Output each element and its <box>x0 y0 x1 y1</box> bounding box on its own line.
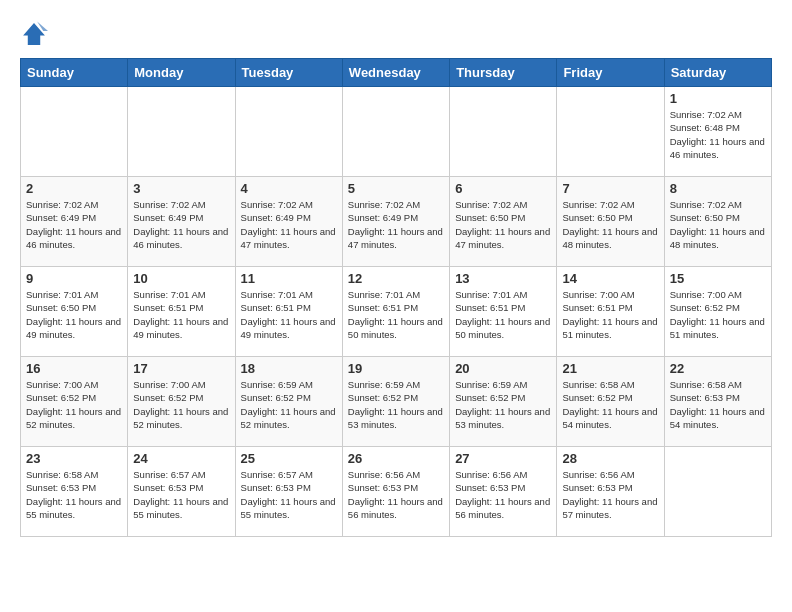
day-number: 5 <box>348 181 444 196</box>
day-number: 6 <box>455 181 551 196</box>
calendar-cell <box>128 87 235 177</box>
calendar-week-row: 2Sunrise: 7:02 AM Sunset: 6:49 PM Daylig… <box>21 177 772 267</box>
day-number: 1 <box>670 91 766 106</box>
calendar-header-saturday: Saturday <box>664 59 771 87</box>
day-number: 11 <box>241 271 337 286</box>
calendar-header-wednesday: Wednesday <box>342 59 449 87</box>
calendar-cell: 17Sunrise: 7:00 AM Sunset: 6:52 PM Dayli… <box>128 357 235 447</box>
calendar-cell: 2Sunrise: 7:02 AM Sunset: 6:49 PM Daylig… <box>21 177 128 267</box>
calendar-cell <box>557 87 664 177</box>
day-info: Sunrise: 7:00 AM Sunset: 6:52 PM Dayligh… <box>670 288 766 341</box>
day-info: Sunrise: 7:01 AM Sunset: 6:51 PM Dayligh… <box>455 288 551 341</box>
calendar-cell <box>450 87 557 177</box>
calendar-cell: 28Sunrise: 6:56 AM Sunset: 6:53 PM Dayli… <box>557 447 664 537</box>
day-info: Sunrise: 7:00 AM Sunset: 6:51 PM Dayligh… <box>562 288 658 341</box>
calendar-cell: 1Sunrise: 7:02 AM Sunset: 6:48 PM Daylig… <box>664 87 771 177</box>
day-info: Sunrise: 6:59 AM Sunset: 6:52 PM Dayligh… <box>455 378 551 431</box>
calendar-cell: 8Sunrise: 7:02 AM Sunset: 6:50 PM Daylig… <box>664 177 771 267</box>
day-info: Sunrise: 6:56 AM Sunset: 6:53 PM Dayligh… <box>348 468 444 521</box>
calendar-header-sunday: Sunday <box>21 59 128 87</box>
day-info: Sunrise: 7:00 AM Sunset: 6:52 PM Dayligh… <box>26 378 122 431</box>
calendar-cell: 20Sunrise: 6:59 AM Sunset: 6:52 PM Dayli… <box>450 357 557 447</box>
calendar-cell: 7Sunrise: 7:02 AM Sunset: 6:50 PM Daylig… <box>557 177 664 267</box>
day-info: Sunrise: 6:57 AM Sunset: 6:53 PM Dayligh… <box>241 468 337 521</box>
calendar-cell: 15Sunrise: 7:00 AM Sunset: 6:52 PM Dayli… <box>664 267 771 357</box>
day-info: Sunrise: 6:59 AM Sunset: 6:52 PM Dayligh… <box>241 378 337 431</box>
calendar-header-tuesday: Tuesday <box>235 59 342 87</box>
calendar-cell: 27Sunrise: 6:56 AM Sunset: 6:53 PM Dayli… <box>450 447 557 537</box>
day-info: Sunrise: 6:59 AM Sunset: 6:52 PM Dayligh… <box>348 378 444 431</box>
day-number: 20 <box>455 361 551 376</box>
calendar-cell: 19Sunrise: 6:59 AM Sunset: 6:52 PM Dayli… <box>342 357 449 447</box>
day-number: 14 <box>562 271 658 286</box>
logo <box>20 20 52 48</box>
day-number: 3 <box>133 181 229 196</box>
calendar-week-row: 16Sunrise: 7:00 AM Sunset: 6:52 PM Dayli… <box>21 357 772 447</box>
day-number: 27 <box>455 451 551 466</box>
day-info: Sunrise: 7:01 AM Sunset: 6:50 PM Dayligh… <box>26 288 122 341</box>
calendar-header-friday: Friday <box>557 59 664 87</box>
calendar-cell: 23Sunrise: 6:58 AM Sunset: 6:53 PM Dayli… <box>21 447 128 537</box>
day-number: 23 <box>26 451 122 466</box>
day-info: Sunrise: 6:57 AM Sunset: 6:53 PM Dayligh… <box>133 468 229 521</box>
day-number: 2 <box>26 181 122 196</box>
calendar-cell: 6Sunrise: 7:02 AM Sunset: 6:50 PM Daylig… <box>450 177 557 267</box>
day-number: 26 <box>348 451 444 466</box>
day-info: Sunrise: 7:00 AM Sunset: 6:52 PM Dayligh… <box>133 378 229 431</box>
day-number: 8 <box>670 181 766 196</box>
day-info: Sunrise: 7:02 AM Sunset: 6:49 PM Dayligh… <box>241 198 337 251</box>
day-info: Sunrise: 7:02 AM Sunset: 6:49 PM Dayligh… <box>348 198 444 251</box>
calendar-cell: 3Sunrise: 7:02 AM Sunset: 6:49 PM Daylig… <box>128 177 235 267</box>
day-number: 12 <box>348 271 444 286</box>
calendar-cell: 12Sunrise: 7:01 AM Sunset: 6:51 PM Dayli… <box>342 267 449 357</box>
logo-icon <box>20 20 48 48</box>
calendar-cell: 14Sunrise: 7:00 AM Sunset: 6:51 PM Dayli… <box>557 267 664 357</box>
calendar-header-monday: Monday <box>128 59 235 87</box>
calendar-week-row: 1Sunrise: 7:02 AM Sunset: 6:48 PM Daylig… <box>21 87 772 177</box>
day-info: Sunrise: 7:02 AM Sunset: 6:49 PM Dayligh… <box>133 198 229 251</box>
calendar-header-row: SundayMondayTuesdayWednesdayThursdayFrid… <box>21 59 772 87</box>
day-info: Sunrise: 7:02 AM Sunset: 6:49 PM Dayligh… <box>26 198 122 251</box>
calendar-cell: 18Sunrise: 6:59 AM Sunset: 6:52 PM Dayli… <box>235 357 342 447</box>
calendar-cell: 21Sunrise: 6:58 AM Sunset: 6:52 PM Dayli… <box>557 357 664 447</box>
day-info: Sunrise: 6:58 AM Sunset: 6:53 PM Dayligh… <box>670 378 766 431</box>
calendar-cell: 9Sunrise: 7:01 AM Sunset: 6:50 PM Daylig… <box>21 267 128 357</box>
calendar-week-row: 23Sunrise: 6:58 AM Sunset: 6:53 PM Dayli… <box>21 447 772 537</box>
calendar-cell: 26Sunrise: 6:56 AM Sunset: 6:53 PM Dayli… <box>342 447 449 537</box>
day-info: Sunrise: 6:56 AM Sunset: 6:53 PM Dayligh… <box>562 468 658 521</box>
day-info: Sunrise: 7:02 AM Sunset: 6:50 PM Dayligh… <box>670 198 766 251</box>
calendar-cell: 24Sunrise: 6:57 AM Sunset: 6:53 PM Dayli… <box>128 447 235 537</box>
calendar-header-thursday: Thursday <box>450 59 557 87</box>
day-number: 24 <box>133 451 229 466</box>
day-info: Sunrise: 7:02 AM Sunset: 6:50 PM Dayligh… <box>562 198 658 251</box>
calendar-cell <box>235 87 342 177</box>
day-number: 15 <box>670 271 766 286</box>
calendar-cell: 13Sunrise: 7:01 AM Sunset: 6:51 PM Dayli… <box>450 267 557 357</box>
day-info: Sunrise: 7:01 AM Sunset: 6:51 PM Dayligh… <box>241 288 337 341</box>
day-number: 25 <box>241 451 337 466</box>
day-info: Sunrise: 6:56 AM Sunset: 6:53 PM Dayligh… <box>455 468 551 521</box>
day-info: Sunrise: 6:58 AM Sunset: 6:52 PM Dayligh… <box>562 378 658 431</box>
calendar-cell <box>342 87 449 177</box>
day-info: Sunrise: 7:01 AM Sunset: 6:51 PM Dayligh… <box>133 288 229 341</box>
day-number: 18 <box>241 361 337 376</box>
calendar-cell: 22Sunrise: 6:58 AM Sunset: 6:53 PM Dayli… <box>664 357 771 447</box>
calendar-cell <box>21 87 128 177</box>
calendar-cell: 5Sunrise: 7:02 AM Sunset: 6:49 PM Daylig… <box>342 177 449 267</box>
day-number: 28 <box>562 451 658 466</box>
day-number: 17 <box>133 361 229 376</box>
page-header <box>20 20 772 48</box>
calendar-cell: 4Sunrise: 7:02 AM Sunset: 6:49 PM Daylig… <box>235 177 342 267</box>
day-number: 10 <box>133 271 229 286</box>
day-number: 7 <box>562 181 658 196</box>
day-number: 9 <box>26 271 122 286</box>
day-info: Sunrise: 6:58 AM Sunset: 6:53 PM Dayligh… <box>26 468 122 521</box>
day-number: 22 <box>670 361 766 376</box>
day-number: 19 <box>348 361 444 376</box>
calendar-cell: 10Sunrise: 7:01 AM Sunset: 6:51 PM Dayli… <box>128 267 235 357</box>
day-number: 21 <box>562 361 658 376</box>
calendar-table: SundayMondayTuesdayWednesdayThursdayFrid… <box>20 58 772 537</box>
calendar-cell: 11Sunrise: 7:01 AM Sunset: 6:51 PM Dayli… <box>235 267 342 357</box>
calendar-cell: 25Sunrise: 6:57 AM Sunset: 6:53 PM Dayli… <box>235 447 342 537</box>
day-number: 4 <box>241 181 337 196</box>
